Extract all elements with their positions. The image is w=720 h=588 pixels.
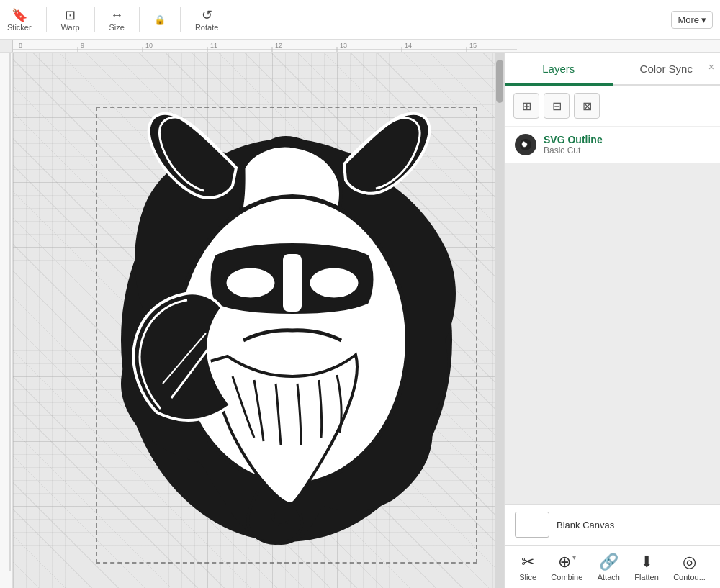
separator-5 xyxy=(233,7,233,32)
svg-rect-17 xyxy=(0,53,13,571)
separator-4 xyxy=(180,7,181,32)
svg-text:9: 9 xyxy=(81,42,84,49)
combine-arrow-icon: ▾ xyxy=(572,553,576,561)
svg-text:15: 15 xyxy=(469,42,477,49)
sticker-tool[interactable]: 🔖 Sticker xyxy=(7,7,32,32)
svg-point-22 xyxy=(225,267,276,299)
svg-point-23 xyxy=(309,267,359,299)
layer-item[interactable]: SVG Outline Basic Cut xyxy=(505,127,720,163)
flatten-tool[interactable]: ⬇ Flatten xyxy=(634,553,659,582)
flatten-icon: ⬇ xyxy=(640,553,653,571)
vertical-ruler xyxy=(0,53,13,588)
warp-icon: ⊡ xyxy=(65,7,76,23)
layer-type: Basic Cut xyxy=(544,145,710,155)
svg-rect-21 xyxy=(283,254,302,312)
add-layer-button[interactable]: ⊞ xyxy=(513,93,539,119)
combine-label: Combine xyxy=(551,573,582,582)
svg-text:13: 13 xyxy=(340,42,347,49)
attach-label: Attach xyxy=(598,573,620,582)
panel-tabs: Layers Color Sync xyxy=(505,53,720,86)
delete-layer-button[interactable]: ⊠ xyxy=(574,93,600,119)
sticker-label: Sticker xyxy=(7,23,32,32)
bottom-toolbar: ✂ Slice ⊕ ▾ Combine 🔗 Attach ⬇ Flatten ◎ xyxy=(505,545,720,588)
scrollbar-thumb[interactable] xyxy=(496,60,503,103)
svg-text:8: 8 xyxy=(19,42,22,49)
canvas-area[interactable] xyxy=(13,53,504,588)
rotate-tool[interactable]: ↺ Rotate xyxy=(195,7,218,32)
attach-icon: 🔗 xyxy=(599,553,618,571)
more-arrow-icon: ▾ xyxy=(701,14,706,25)
blank-canvas-item[interactable]: Blank Canvas xyxy=(505,504,720,545)
slice-label: Slice xyxy=(519,573,536,582)
more-label: More xyxy=(678,14,699,25)
more-button[interactable]: More ▾ xyxy=(671,11,713,29)
attach-tool[interactable]: 🔗 Attach xyxy=(598,553,620,582)
main-area: Layers Color Sync ⊞ ⊟ ⊠ xyxy=(0,53,720,588)
slice-tool[interactable]: ✂ Slice xyxy=(519,553,536,582)
contour-label: Contou... xyxy=(673,573,706,582)
combine-icon: ⊕ xyxy=(558,553,571,571)
separator-3 xyxy=(139,7,140,32)
rotate-icon: ↺ xyxy=(202,7,212,23)
layer-thumbnail xyxy=(515,134,536,155)
blank-canvas-label: Blank Canvas xyxy=(557,520,614,530)
size-label: Size xyxy=(109,23,125,32)
tab-layers[interactable]: Layers xyxy=(505,53,613,86)
lock-icon: 🔒 xyxy=(154,14,166,25)
size-icon: ↔ xyxy=(110,8,123,23)
blank-canvas-thumbnail xyxy=(515,512,549,538)
contour-tool[interactable]: ◎ Contou... xyxy=(673,553,706,582)
top-toolbar: 🔖 Sticker ⊡ Warp ↔ Size 🔒 ↺ Rotate More … xyxy=(0,0,720,40)
layer-name: SVG Outline xyxy=(544,134,710,145)
warp-label: Warp xyxy=(61,23,80,32)
warp-tool[interactable]: ⊡ Warp xyxy=(61,7,80,32)
size-tool[interactable]: ↔ Size xyxy=(109,8,125,32)
svg-text:14: 14 xyxy=(405,42,412,49)
ruler-corner xyxy=(0,40,13,53)
contour-icon: ◎ xyxy=(683,553,696,571)
horizontal-ruler: 8 9 10 11 12 13 14 15 xyxy=(13,40,720,52)
separator-2 xyxy=(94,7,95,32)
panel-spacer xyxy=(505,163,720,504)
svg-text:10: 10 xyxy=(145,42,153,49)
panel-icon-row: ⊞ ⊟ ⊠ xyxy=(505,86,720,127)
viking-design[interactable] xyxy=(99,110,474,556)
svg-text:12: 12 xyxy=(275,42,282,49)
svg-text:11: 11 xyxy=(210,42,217,49)
separator-1 xyxy=(46,7,47,32)
rotate-label: Rotate xyxy=(195,23,218,32)
vertical-scrollbar[interactable] xyxy=(495,53,504,588)
duplicate-layer-button[interactable]: ⊟ xyxy=(544,93,570,119)
ruler-row: 8 9 10 11 12 13 14 15 xyxy=(0,40,720,53)
sticker-icon: 🔖 xyxy=(12,7,27,23)
right-panel: Layers Color Sync ⊞ ⊟ ⊠ xyxy=(504,53,720,588)
flatten-label: Flatten xyxy=(634,573,659,582)
slice-icon: ✂ xyxy=(521,553,534,571)
combine-tool[interactable]: ⊕ ▾ Combine xyxy=(551,553,582,582)
layer-info: SVG Outline Basic Cut xyxy=(544,134,710,155)
tab-color-sync[interactable]: Color Sync xyxy=(613,53,721,86)
